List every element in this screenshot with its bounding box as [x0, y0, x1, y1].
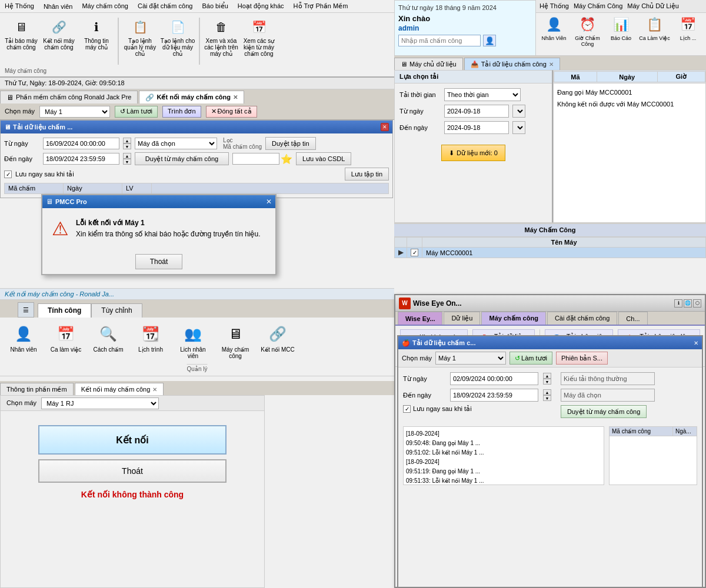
- ma-cham-cong-submit[interactable]: 👤: [483, 35, 496, 46]
- toolbar-xem-su-kien[interactable]: 📅 Xem các sự kiện từ máy chấm công: [240, 15, 278, 59]
- right-icon-nhan-vien[interactable]: 👤 Nhân Viên: [538, 15, 570, 47]
- tab-ket-noi-close[interactable]: ✕: [233, 94, 238, 101]
- globe-icon[interactable]: 🌐: [684, 299, 692, 308]
- icon-may-cham-cong2[interactable]: 🖥 Máy chấm công: [215, 321, 255, 362]
- tu-ngay-input[interactable]: [43, 138, 119, 149]
- icon-nhan-vien[interactable]: 👤 Nhân viên: [4, 321, 44, 355]
- wise-tab-ch[interactable]: Ch...: [618, 312, 647, 325]
- du-lieu-moi-btn[interactable]: ⬇ Dữ liệu mới: 0: [441, 145, 505, 161]
- machine-dropdown[interactable]: Máy 1: [39, 106, 110, 118]
- pmcc-thoat-btn[interactable]: Thoát: [135, 254, 182, 269]
- filter-star-icon[interactable]: ⭐: [281, 153, 292, 165]
- right-tab-tai-dl-close[interactable]: ✕: [549, 61, 554, 68]
- luu-ngay-checkbox[interactable]: [4, 171, 12, 178]
- duyet-may-btn[interactable]: Duyệt từ máy chấm công: [135, 152, 229, 165]
- den-ngay-up[interactable]: ▲: [123, 153, 131, 159]
- wise-tai-close-btn[interactable]: ✕: [694, 340, 698, 346]
- luu-tap-tin-btn[interactable]: Lưu tập tin: [345, 168, 389, 181]
- wise-tai-tu-down[interactable]: ▼: [543, 379, 551, 385]
- right-tab-may-chu[interactable]: 🖥 Máy chủ dữ liệu: [394, 58, 463, 70]
- luu-csdl-btn[interactable]: Lưu vào CSDL: [296, 152, 351, 165]
- den-ngay-spinner[interactable]: ▲ ▼: [123, 153, 131, 165]
- menu-nhan-vien[interactable]: Nhân viên: [39, 2, 78, 11]
- right-icon-gio-cham[interactable]: ⏰ Giờ Chấm Công: [572, 15, 603, 47]
- toolbar-xem-xoa[interactable]: 🗑 Xem và xóa các lệnh trên máy chủ: [202, 15, 240, 59]
- wise-tab-du-lieu[interactable]: Dữ liệu: [444, 312, 480, 325]
- may-chu-du-lieu-menu[interactable]: Máy Chủ Dữ Liệu: [627, 2, 679, 10]
- menu-bao-bieu[interactable]: Báo biểu: [197, 1, 232, 11]
- may-cham-cong-menu[interactable]: Máy Chấm Công: [574, 2, 622, 10]
- may-chon-select[interactable]: Máy đã chọn: [135, 138, 217, 149]
- den-ngay-input[interactable]: [43, 153, 119, 165]
- wise-tai-lam-tuoi-btn[interactable]: ↺ Làm tươi: [509, 352, 552, 365]
- tu-ngay-spinner[interactable]: ▲ ▼: [123, 138, 131, 149]
- right-icon-bao-cao[interactable]: 📊 Báo Cáo: [605, 15, 637, 47]
- icon-lich-trinh[interactable]: 📆 Lịch trình: [131, 321, 171, 355]
- toolbar-tai-bao-may[interactable]: 🖥 Tải báo máy chấm công: [2, 15, 40, 53]
- icon-cach-cham[interactable]: 🔍 Cách chấm: [88, 321, 128, 355]
- he-thong-menu[interactable]: Hệ Thống: [540, 2, 569, 10]
- wise-tai-den-down[interactable]: ▼: [543, 395, 551, 401]
- menu-ho-tro[interactable]: Hỗ Trợ Phần Mềm: [289, 1, 353, 11]
- ket-noi-main-btn[interactable]: Kết nối: [38, 425, 227, 455]
- wise-tai-luu-checkbox[interactable]: [403, 405, 411, 413]
- pmcc-close-btn[interactable]: ✕: [266, 198, 272, 206]
- dong-tat-ca-button[interactable]: ✕ Đóng tất cả: [206, 106, 257, 118]
- list-view-icon[interactable]: ☰: [18, 302, 34, 318]
- menu-cai-dat[interactable]: Cài đặt chấm công: [133, 1, 197, 11]
- tu-ngay-up[interactable]: ▲: [123, 138, 131, 143]
- lua-chon-den-ngay-dropdown[interactable]: ▼: [512, 121, 525, 134]
- lua-chon-den-ngay-input[interactable]: [444, 121, 509, 134]
- wise-tai-den-up[interactable]: ▲: [543, 389, 551, 395]
- wise-tab-cai-dat[interactable]: Cài đặt chấm công: [547, 312, 617, 325]
- wise-tai-machine-select[interactable]: Máy 1: [435, 352, 506, 365]
- icon-lich-nhan-vien[interactable]: 👥 Lich nhân viên: [173, 321, 213, 362]
- wise-tai-kieu-input[interactable]: [561, 372, 655, 385]
- tab-ket-noi-bottom[interactable]: Kết nối máy chấm công ✕: [75, 383, 164, 395]
- ma-cham-cong-input[interactable]: [398, 35, 481, 46]
- tab-ket-noi-bottom-close[interactable]: ✕: [152, 386, 157, 393]
- bluetooth-icon[interactable]: ⬡: [693, 299, 701, 308]
- menu-hoat-dong[interactable]: Hoạt động khác: [233, 1, 289, 11]
- right-icon-lich[interactable]: 📅 Lịch ...: [672, 15, 704, 47]
- info-icon[interactable]: ℹ: [674, 299, 682, 308]
- wise-tai-den-ngay-spin[interactable]: ▲ ▼: [543, 389, 551, 401]
- wise-tai-may-da-chon-input[interactable]: [561, 389, 655, 402]
- lua-chon-tu-ngay-dropdown[interactable]: ▼: [512, 105, 525, 118]
- duyet-tap-tin-btn[interactable]: Duyệt tập tin: [265, 137, 316, 150]
- trinh-don-button[interactable]: Trình đơn: [162, 106, 201, 118]
- lam-tuoi-button[interactable]: ↺ Làm tươi: [115, 106, 158, 118]
- toolbar-tao-lenh-dl[interactable]: 📄 Tạo lệnh cho dữ liệu máy chủ: [159, 15, 197, 59]
- tu-ngay-down[interactable]: ▼: [123, 143, 131, 149]
- thoat-main-btn[interactable]: Thoát: [38, 459, 227, 483]
- wise-tab-may-cham[interactable]: Máy chấm công: [481, 312, 545, 325]
- right-tab-tai-dl[interactable]: 📥 Tải dữ liệu chấm công ✕: [464, 58, 560, 70]
- tai-du-lieu-close[interactable]: ✕: [381, 123, 389, 131]
- icon-ca-lam-viec[interactable]: 📅 Ca làm việc: [46, 321, 86, 355]
- ket-noi-machine-select[interactable]: Máy 1 RJ: [41, 397, 159, 409]
- menu-he-thong[interactable]: Hệ Thống: [0, 1, 39, 11]
- tab-phan-mem[interactable]: 🖥 Phần mềm chấm công Ronald Jack Pre: [0, 91, 138, 103]
- wise-tai-duyet-btn[interactable]: Duyệt từ máy chấm công: [561, 405, 647, 418]
- toolbar-thong-tin[interactable]: ℹ Thông tin máy chủ: [78, 15, 115, 53]
- menu-may-cham-cong[interactable]: Máy chấm công: [77, 1, 133, 11]
- right-icon-ca-lam-viec[interactable]: 📋 Ca Làm Việc: [639, 15, 670, 47]
- wise-tai-den-ngay-input[interactable]: [450, 389, 538, 402]
- wise-tai-tu-ngay-input[interactable]: [450, 372, 538, 385]
- filter-input[interactable]: [232, 153, 279, 165]
- wise-tai-tu-ngay-spin[interactable]: ▲ ▼: [543, 373, 551, 385]
- wise-tab-wise-ey[interactable]: Wise Ey...: [398, 312, 442, 325]
- toolbar-tao-lenh-ql[interactable]: 📋 Tạo lệnh quản lý máy chủ: [121, 15, 159, 59]
- tab-ket-noi[interactable]: 🔗 Kết nối máy chấm công ✕: [139, 91, 244, 103]
- toolbar-ket-noi-may[interactable]: 🔗 Kết nối máy chấm công: [40, 15, 78, 53]
- tab-thong-tin-phan-mem[interactable]: Thông tin phần mềm: [0, 383, 74, 395]
- tinh-cong-tab[interactable]: Tính công: [38, 303, 91, 318]
- den-ngay-down[interactable]: ▼: [123, 159, 131, 165]
- machine-checkbox[interactable]: [411, 249, 418, 256]
- wise-tai-tu-up[interactable]: ▲: [543, 373, 551, 379]
- lua-chon-tu-ngay-input[interactable]: [444, 105, 509, 118]
- tai-thoi-gian-select[interactable]: Theo thời gian: [444, 88, 521, 101]
- table-row[interactable]: ▶ Máy MCC00001: [395, 248, 706, 258]
- wise-tai-phien-ban-btn[interactable]: Phiên bản S...: [556, 352, 608, 365]
- tuy-chinh-tab[interactable]: Tùy chỉnh: [91, 303, 142, 318]
